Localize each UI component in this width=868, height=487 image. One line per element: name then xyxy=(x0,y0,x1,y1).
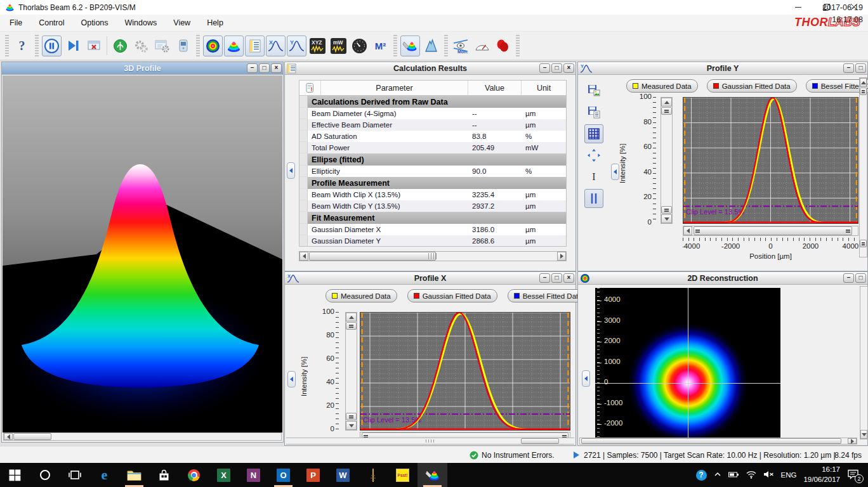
table-row[interactable]: Effective Beam Diameter--µm xyxy=(299,119,566,131)
wifi-icon[interactable] xyxy=(746,471,756,480)
scroll-thumb[interactable] xyxy=(521,438,559,444)
profile-3d-titlebar[interactable]: 3D Profile – □ × xyxy=(2,62,283,75)
taskbar-excel[interactable]: X xyxy=(209,463,239,487)
scroll-up-arrow[interactable] xyxy=(346,313,357,321)
profile-3d-icon[interactable] xyxy=(224,36,244,56)
panel-minimize-button[interactable]: – xyxy=(247,63,258,73)
scroll-thumb[interactable] xyxy=(309,252,436,261)
profile-x-plot[interactable]: Clip Level = 13.5% xyxy=(360,312,570,431)
panel-maximize-button[interactable]: □ xyxy=(551,63,562,73)
calc-collapse-button[interactable] xyxy=(287,162,295,179)
panel-close-button[interactable]: × xyxy=(271,63,282,73)
zoom-handle[interactable] xyxy=(695,230,700,233)
recon-vertical-scrollbar[interactable] xyxy=(860,286,868,439)
beam-3d-surface[interactable] xyxy=(3,75,282,432)
panel-minimize-button[interactable]: – xyxy=(843,273,854,283)
window-settings-icon[interactable] xyxy=(152,36,172,56)
panel-maximize-button[interactable]: □ xyxy=(855,273,866,283)
chevron-up-icon[interactable] xyxy=(714,471,721,479)
scroll-left-arrow[interactable] xyxy=(299,252,308,261)
3d-horizontal-scrollbar[interactable] xyxy=(3,432,282,441)
xyz-position-icon[interactable]: XYZ xyxy=(308,36,327,56)
zoom-handle[interactable] xyxy=(661,206,672,214)
taskbar-onenote[interactable]: N xyxy=(239,463,268,487)
table-section-row[interactable]: Ellipse (fitted) xyxy=(299,153,566,166)
menu-file[interactable]: File xyxy=(1,18,30,27)
connect-device-icon[interactable] xyxy=(110,36,130,56)
pause-icon[interactable] xyxy=(42,36,62,56)
table-section-row[interactable]: Profile Measurement xyxy=(299,177,566,189)
panel-close-button[interactable]: × xyxy=(563,63,574,73)
scroll-right-arrow[interactable] xyxy=(848,438,857,444)
instrument-icon[interactable] xyxy=(173,36,193,56)
column-unit[interactable]: Unit xyxy=(522,81,566,95)
taskbar-chrome[interactable] xyxy=(179,463,209,487)
cursor-tool[interactable]: I xyxy=(584,167,603,186)
legend-measured-data[interactable]: Measured Data xyxy=(326,289,397,302)
taskbar-start[interactable] xyxy=(0,463,30,487)
panel-minimize-button[interactable]: – xyxy=(539,273,550,283)
recon-2d-plot[interactable]: 40003000200010000-1000-2000 xyxy=(595,288,780,439)
m-squared-icon[interactable]: M² xyxy=(371,36,390,56)
taskbar-powerpoint[interactable]: P xyxy=(298,463,328,487)
table-row[interactable]: Gaussian Diameter X3186.0µm xyxy=(299,224,566,235)
scroll-up-arrow[interactable] xyxy=(860,78,867,87)
taskbar-store[interactable] xyxy=(149,463,179,487)
scroll-right-arrow[interactable] xyxy=(557,252,566,261)
scroll-thumb[interactable] xyxy=(581,438,841,444)
table-section-row[interactable]: Fit Measurement xyxy=(299,212,566,224)
table-row[interactable]: Total Power205.49mW xyxy=(299,142,566,153)
power-meter-icon[interactable] xyxy=(350,36,369,56)
scroll-thumb[interactable] xyxy=(13,433,51,440)
legend-gaussian-fitted-data[interactable]: Gaussian Fitted Data xyxy=(707,79,797,93)
taskbar-thorlabs-beam[interactable] xyxy=(418,463,447,487)
clock[interactable]: 16:17 19/06/2017 xyxy=(803,465,840,484)
zoom-handle[interactable] xyxy=(346,413,357,420)
grid-tool[interactable] xyxy=(584,124,603,143)
panel-maximize-button[interactable]: □ xyxy=(551,273,562,283)
beam-overview-icon[interactable] xyxy=(400,36,420,56)
move-tool[interactable] xyxy=(584,146,603,165)
recon-horizontal-scrollbar[interactable] xyxy=(579,438,857,445)
menu-control[interactable]: Control xyxy=(30,18,72,27)
taskbar-cortana[interactable] xyxy=(30,463,60,487)
table-row[interactable]: Gaussian Diameter Y2868.6µm xyxy=(299,235,566,247)
panel-maximize-button[interactable]: □ xyxy=(259,63,270,73)
zoom-handle[interactable] xyxy=(860,240,867,247)
profile-x-panel-scrollbar[interactable] xyxy=(286,438,574,445)
calc-titlebar[interactable]: Calculation Results – □ × xyxy=(285,62,575,75)
recon-collapse-button[interactable] xyxy=(582,370,590,387)
zoom-handle[interactable] xyxy=(846,230,850,233)
table-section-row[interactable]: Calculations Derived from Raw Data xyxy=(299,96,566,108)
table-row[interactable]: Beam Width Clip X (13.5%)3235.4µm xyxy=(299,189,566,200)
power-chart-icon[interactable]: mW xyxy=(329,36,348,56)
scroll-thumb[interactable] xyxy=(694,226,852,235)
scroll-up-arrow[interactable] xyxy=(661,98,672,107)
panel-minimize-button[interactable]: – xyxy=(843,63,854,73)
volume-muted-icon[interactable] xyxy=(763,471,774,479)
zoom-handle[interactable] xyxy=(860,88,867,95)
help-icon[interactable]: ? xyxy=(12,36,32,56)
legend-bessel-fitted-data[interactable]: Bessel Fitted Data xyxy=(508,289,589,302)
profile-y-plot[interactable]: Clip Level = 13.5% xyxy=(683,97,858,224)
legend-gaussian-fitted-data[interactable]: Gaussian Fitted Data xyxy=(407,289,497,302)
profile-y-vertical-zoombar[interactable] xyxy=(661,97,673,224)
tray-help-icon[interactable]: ? xyxy=(696,470,707,481)
profile-y-icon[interactable]: Y xyxy=(287,36,306,56)
menu-view[interactable]: View xyxy=(165,18,199,27)
menu-help[interactable]: Help xyxy=(199,18,232,27)
table-row[interactable]: AD Saturation83.8% xyxy=(299,131,566,142)
window-minimize-button[interactable] xyxy=(784,0,812,15)
scroll-left-arrow[interactable] xyxy=(4,433,13,440)
settings-gears-icon[interactable] xyxy=(131,36,151,56)
taskbar-beam-align[interactable] xyxy=(358,463,388,487)
table-row[interactable]: Beam Width Clip Y (13.5%)2937.2µm xyxy=(299,200,566,212)
play-step-icon[interactable] xyxy=(63,36,82,56)
taskbar-outlook[interactable]: O xyxy=(268,463,298,487)
zoom-handle[interactable] xyxy=(661,107,672,115)
profile-x-icon[interactable]: X xyxy=(266,36,286,56)
scroll-down-arrow[interactable] xyxy=(661,214,672,223)
profile-y-horizontal-zoombar[interactable] xyxy=(683,226,858,236)
gauge-icon[interactable] xyxy=(472,36,492,56)
menu-windows[interactable]: Windows xyxy=(117,18,166,27)
